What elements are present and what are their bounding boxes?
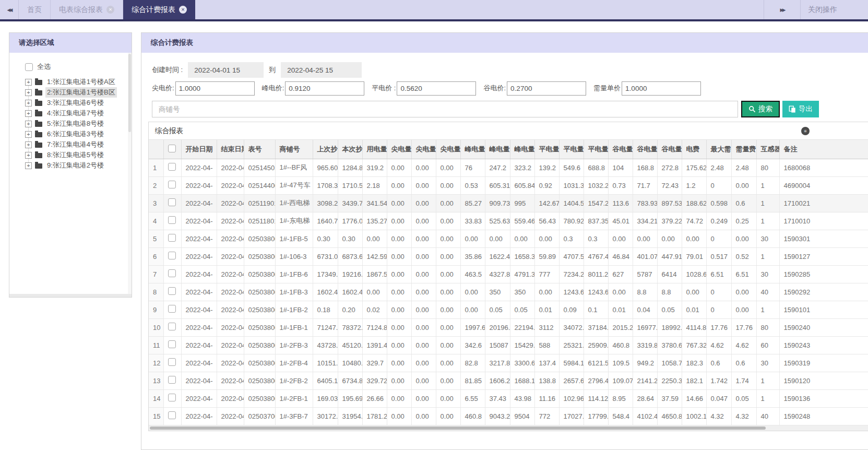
row-checkbox[interactable] <box>168 411 176 419</box>
table-cell: 0.3 <box>584 230 608 247</box>
tree-item-7[interactable]: +7:张江集电港4号楼 <box>25 139 132 150</box>
table-cell: 777 <box>534 265 559 283</box>
tree-item-5[interactable]: +5:张江集电港8号楼 <box>25 119 132 129</box>
tab-close-icon[interactable]: × <box>106 6 114 14</box>
row-checkbox[interactable] <box>168 234 176 242</box>
column-header: 平电量 <box>559 140 584 159</box>
table-cell: 4.62 <box>731 336 756 354</box>
tabs-scroll-left-icon[interactable]: ◀◀ <box>0 0 19 19</box>
table-cell: 1 <box>756 389 779 407</box>
tree-item-4[interactable]: +4:张江集电港7号楼 <box>25 108 132 119</box>
tree-item-3[interactable]: +3:张江集电港6号楼 <box>25 98 132 108</box>
table-cell: 0.05 <box>731 389 756 407</box>
table-cell: 109.07 <box>608 372 633 389</box>
tree-expand-icon[interactable]: + <box>25 79 32 86</box>
table-cell: 1602.4 <box>338 283 362 301</box>
table-cell: 17.76 <box>731 318 756 336</box>
tree-expand-icon[interactable]: + <box>25 162 32 169</box>
tree-expand-icon[interactable]: + <box>25 152 32 159</box>
row-checkbox[interactable] <box>168 216 176 224</box>
search-button[interactable]: 搜索 <box>741 101 780 117</box>
row-checkbox[interactable] <box>168 163 176 171</box>
table-cell: 1#-106-3 <box>275 247 313 265</box>
price-field-4: 谷电价: <box>483 81 586 96</box>
select-all-checkbox[interactable] <box>25 63 33 71</box>
tree-item-2[interactable]: +2:张江集电港1号楼B区 <box>25 87 132 98</box>
row-checkbox[interactable] <box>168 305 176 313</box>
table-cell: 1590248 <box>779 407 868 425</box>
table-cell: 0.047 <box>706 389 731 407</box>
table-cell: 30172. <box>313 407 338 425</box>
table-cell: 102.96 <box>559 389 584 407</box>
row-checkbox[interactable] <box>168 287 176 295</box>
table-cell: 0.00 <box>387 301 411 318</box>
date-from-input[interactable] <box>188 62 264 78</box>
row-checkbox[interactable] <box>168 198 176 206</box>
row-checkbox[interactable] <box>168 181 176 188</box>
folder-icon <box>35 153 42 158</box>
tree-expand-icon[interactable]: + <box>25 141 32 148</box>
table-cell: 6.51 <box>731 265 756 283</box>
shop-number-input[interactable] <box>152 101 738 117</box>
row-checkbox[interactable] <box>168 323 176 330</box>
tab-1[interactable]: 首页 <box>19 0 51 19</box>
table-cell: 4102.4 <box>633 407 657 425</box>
price-input[interactable] <box>622 81 701 96</box>
tree-expand-icon[interactable]: + <box>25 131 32 138</box>
column-header: 最大需 <box>706 140 731 159</box>
price-input[interactable] <box>397 81 476 96</box>
create-time-label: 创建时间 : <box>152 65 183 75</box>
table-cell: 2796.4 <box>584 372 608 389</box>
row-checkbox[interactable] <box>168 340 176 348</box>
row-checkbox[interactable] <box>168 376 176 384</box>
table-cell: 3300.6 <box>510 354 534 372</box>
row-checkbox[interactable] <box>168 358 176 366</box>
column-header: 表号 <box>244 140 275 159</box>
table-cell: 4650.8 <box>657 407 682 425</box>
tabs-scroll-right-icon[interactable]: ▶▶ <box>764 0 800 19</box>
export-button[interactable]: 导出 <box>782 101 819 117</box>
tab-3[interactable]: 综合计费报表× <box>123 0 195 19</box>
tab-close-icon[interactable]: × <box>179 6 187 14</box>
table-cell: 40 <box>756 283 779 301</box>
row-checkbox[interactable] <box>168 394 176 401</box>
close-operations-menu[interactable]: 关闭操作 <box>800 0 868 19</box>
table-cell: 169.03 <box>313 389 338 407</box>
table-cell: 0.00 <box>436 283 460 301</box>
table-horizontal-scrollbar[interactable] <box>149 425 868 431</box>
table-cell: 7124.8 <box>362 318 387 336</box>
tree-item-1[interactable]: +1:张江集电港1号楼A区 <box>25 77 132 87</box>
table-cell: 2022-04- <box>181 194 217 212</box>
table-cell: 0.05 <box>657 301 682 318</box>
table-cell: 14.66 <box>682 389 706 407</box>
price-field-1: 尖电价: <box>152 81 255 96</box>
price-input[interactable] <box>285 81 364 96</box>
tree-horizontal-scrollbar[interactable] <box>9 294 132 297</box>
tree-expand-icon[interactable]: + <box>25 121 32 127</box>
table-cell: 0.00 <box>411 336 436 354</box>
table-cell: 1590243 <box>779 336 868 354</box>
row-checkbox[interactable] <box>168 269 176 277</box>
table-cell: 26.66 <box>362 389 387 407</box>
tab-2[interactable]: 电表综合报表× <box>51 0 123 19</box>
price-input[interactable] <box>175 81 255 96</box>
table-options-icon[interactable]: ≡ <box>801 127 810 135</box>
table-cell: 138.8 <box>534 372 559 389</box>
tree-expand-icon[interactable]: + <box>25 110 32 117</box>
select-all-row[interactable]: 全选 <box>25 62 132 72</box>
tree-expand-icon[interactable]: + <box>25 100 32 106</box>
price-input[interactable] <box>507 81 586 96</box>
table-cell: 1002.1 <box>682 407 706 425</box>
tree-expand-icon[interactable]: + <box>25 89 32 96</box>
row-checkbox[interactable] <box>168 252 176 259</box>
date-to-input[interactable] <box>281 62 362 78</box>
tree-item-9[interactable]: +9:张江集电港2号楼 <box>25 160 132 171</box>
table-cell: 3217.8 <box>485 354 510 372</box>
price-label: 平电价 : <box>372 84 396 93</box>
tree-vertical-scrollbar[interactable] <box>128 53 132 294</box>
tree-item-6[interactable]: +6:张江集电港3号楼 <box>25 129 132 139</box>
table-cell: 1#-2FB-4 <box>275 354 313 372</box>
tree-item-8[interactable]: +8:张江集电港5号楼 <box>25 150 132 160</box>
header-checkbox[interactable] <box>168 145 176 152</box>
table-row: 122022-04-2022-04-025038001#-2FB-410151.… <box>149 354 868 372</box>
